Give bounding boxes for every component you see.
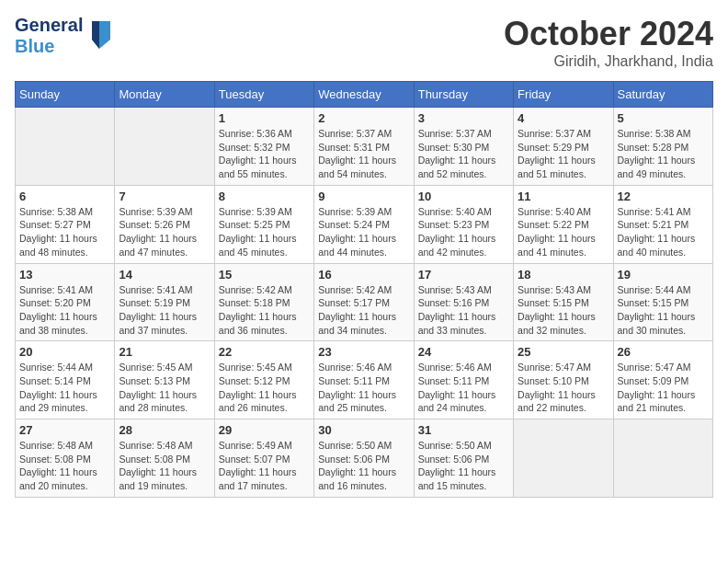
day-number: 1 (219, 111, 310, 125)
day-detail: Sunrise: 5:45 AM Sunset: 5:13 PM Dayligh… (119, 361, 210, 415)
location: Giridih, Jharkhand, India (504, 53, 713, 70)
day-number: 11 (518, 190, 609, 203)
day-detail: Sunrise: 5:36 AM Sunset: 5:32 PM Dayligh… (219, 127, 310, 181)
calendar-cell: 23Sunrise: 5:46 AM Sunset: 5:11 PM Dayli… (314, 341, 414, 419)
day-number: 15 (219, 268, 310, 282)
day-detail: Sunrise: 5:50 AM Sunset: 5:06 PM Dayligh… (318, 439, 409, 493)
calendar-cell: 24Sunrise: 5:46 AM Sunset: 5:11 PM Dayli… (414, 341, 513, 419)
day-number: 7 (119, 190, 210, 203)
calendar-cell: 26Sunrise: 5:47 AM Sunset: 5:09 PM Dayli… (613, 341, 712, 419)
month-title: October 2024 (504, 15, 713, 53)
calendar-cell: 15Sunrise: 5:42 AM Sunset: 5:18 PM Dayli… (214, 263, 313, 341)
header-day-friday: Friday (514, 82, 613, 108)
day-detail: Sunrise: 5:40 AM Sunset: 5:23 PM Dayligh… (418, 205, 509, 259)
day-number: 2 (318, 111, 409, 125)
calendar-cell: 25Sunrise: 5:47 AM Sunset: 5:10 PM Dayli… (514, 341, 613, 419)
day-detail: Sunrise: 5:37 AM Sunset: 5:29 PM Dayligh… (518, 127, 609, 181)
day-number: 17 (418, 268, 509, 282)
calendar-cell: 12Sunrise: 5:41 AM Sunset: 5:21 PM Dayli… (613, 185, 712, 263)
day-number: 3 (418, 111, 509, 125)
day-detail: Sunrise: 5:42 AM Sunset: 5:18 PM Dayligh… (219, 283, 310, 338)
day-detail: Sunrise: 5:39 AM Sunset: 5:24 PM Dayligh… (318, 205, 409, 259)
calendar-cell: 17Sunrise: 5:43 AM Sunset: 5:16 PM Dayli… (414, 263, 513, 341)
day-detail: Sunrise: 5:40 AM Sunset: 5:22 PM Dayligh… (518, 205, 609, 259)
calendar-cell: 20Sunrise: 5:44 AM Sunset: 5:14 PM Dayli… (16, 341, 115, 419)
day-detail: Sunrise: 5:39 AM Sunset: 5:25 PM Dayligh… (219, 205, 310, 259)
calendar-cell: 18Sunrise: 5:43 AM Sunset: 5:15 PM Dayli… (514, 263, 613, 341)
calendar-cell: 30Sunrise: 5:50 AM Sunset: 5:06 PM Dayli… (314, 419, 414, 498)
calendar-cell: 11Sunrise: 5:40 AM Sunset: 5:22 PM Dayli… (514, 185, 613, 263)
calendar-cell: 13Sunrise: 5:41 AM Sunset: 5:20 PM Dayli… (16, 263, 115, 341)
day-detail: Sunrise: 5:43 AM Sunset: 5:16 PM Dayligh… (418, 283, 509, 338)
header-day-monday: Monday (115, 82, 214, 108)
logo-icon (85, 17, 114, 51)
calendar-cell: 10Sunrise: 5:40 AM Sunset: 5:23 PM Dayli… (414, 185, 513, 263)
calendar-cell: 7Sunrise: 5:39 AM Sunset: 5:26 PM Daylig… (115, 185, 214, 263)
calendar-cell: 8Sunrise: 5:39 AM Sunset: 5:25 PM Daylig… (214, 185, 313, 263)
day-detail: Sunrise: 5:45 AM Sunset: 5:12 PM Dayligh… (219, 361, 310, 415)
day-detail: Sunrise: 5:42 AM Sunset: 5:17 PM Dayligh… (318, 283, 409, 338)
week-row-5: 27Sunrise: 5:48 AM Sunset: 5:08 PM Dayli… (16, 419, 713, 498)
day-number: 24 (418, 345, 509, 359)
day-number: 23 (318, 345, 409, 359)
day-detail: Sunrise: 5:38 AM Sunset: 5:28 PM Dayligh… (618, 127, 709, 181)
calendar-cell: 16Sunrise: 5:42 AM Sunset: 5:17 PM Dayli… (314, 263, 414, 341)
calendar-cell: 5Sunrise: 5:38 AM Sunset: 5:28 PM Daylig… (613, 108, 712, 186)
page-header: General Blue October 2024 Giridih, Jhark… (15, 15, 713, 70)
calendar-cell: 28Sunrise: 5:48 AM Sunset: 5:08 PM Dayli… (115, 419, 214, 498)
day-number: 18 (518, 268, 609, 282)
calendar-table: SundayMondayTuesdayWednesdayThursdayFrid… (15, 81, 713, 498)
day-number: 26 (618, 345, 709, 359)
week-row-1: 1Sunrise: 5:36 AM Sunset: 5:32 PM Daylig… (16, 108, 713, 186)
logo: General Blue (15, 15, 114, 57)
day-number: 19 (618, 268, 709, 282)
logo-text-general: General (15, 15, 83, 36)
header-day-wednesday: Wednesday (314, 82, 414, 108)
day-detail: Sunrise: 5:43 AM Sunset: 5:15 PM Dayligh… (518, 283, 609, 338)
header-day-thursday: Thursday (414, 82, 513, 108)
day-detail: Sunrise: 5:48 AM Sunset: 5:08 PM Dayligh… (119, 439, 210, 493)
day-number: 16 (318, 268, 409, 282)
day-number: 31 (418, 423, 509, 437)
week-row-3: 13Sunrise: 5:41 AM Sunset: 5:20 PM Dayli… (16, 263, 713, 341)
calendar-cell (613, 419, 712, 498)
day-number: 14 (119, 268, 210, 282)
day-detail: Sunrise: 5:44 AM Sunset: 5:14 PM Dayligh… (19, 361, 110, 415)
calendar-cell: 4Sunrise: 5:37 AM Sunset: 5:29 PM Daylig… (514, 108, 613, 186)
calendar-cell: 9Sunrise: 5:39 AM Sunset: 5:24 PM Daylig… (314, 185, 414, 263)
header-row: SundayMondayTuesdayWednesdayThursdayFrid… (16, 82, 713, 108)
day-number: 8 (219, 190, 310, 203)
calendar-cell: 22Sunrise: 5:45 AM Sunset: 5:12 PM Dayli… (214, 341, 313, 419)
calendar-cell: 14Sunrise: 5:41 AM Sunset: 5:19 PM Dayli… (115, 263, 214, 341)
calendar-cell: 31Sunrise: 5:50 AM Sunset: 5:06 PM Dayli… (414, 419, 513, 498)
week-row-4: 20Sunrise: 5:44 AM Sunset: 5:14 PM Dayli… (16, 341, 713, 419)
logo-text-blue: Blue (15, 36, 83, 57)
title-block: October 2024 Giridih, Jharkhand, India (504, 15, 713, 70)
header-day-saturday: Saturday (613, 82, 712, 108)
day-detail: Sunrise: 5:41 AM Sunset: 5:20 PM Dayligh… (19, 283, 110, 338)
calendar-cell: 21Sunrise: 5:45 AM Sunset: 5:13 PM Dayli… (115, 341, 214, 419)
day-detail: Sunrise: 5:48 AM Sunset: 5:08 PM Dayligh… (19, 439, 110, 493)
calendar-cell: 19Sunrise: 5:44 AM Sunset: 5:15 PM Dayli… (613, 263, 712, 341)
day-number: 20 (19, 345, 110, 359)
day-number: 25 (518, 345, 609, 359)
day-number: 29 (219, 423, 310, 437)
calendar-cell (514, 419, 613, 498)
day-number: 12 (618, 190, 709, 203)
calendar-cell: 6Sunrise: 5:38 AM Sunset: 5:27 PM Daylig… (16, 185, 115, 263)
day-number: 9 (318, 190, 409, 203)
day-number: 5 (618, 111, 709, 125)
day-detail: Sunrise: 5:39 AM Sunset: 5:26 PM Dayligh… (119, 205, 210, 259)
day-number: 28 (119, 423, 210, 437)
day-number: 10 (418, 190, 509, 203)
calendar-cell: 3Sunrise: 5:37 AM Sunset: 5:30 PM Daylig… (414, 108, 513, 186)
svg-marker-1 (92, 21, 99, 49)
day-detail: Sunrise: 5:41 AM Sunset: 5:19 PM Dayligh… (119, 283, 210, 338)
calendar-cell (16, 108, 115, 186)
day-number: 27 (19, 423, 110, 437)
day-detail: Sunrise: 5:46 AM Sunset: 5:11 PM Dayligh… (318, 361, 409, 415)
day-detail: Sunrise: 5:44 AM Sunset: 5:15 PM Dayligh… (618, 283, 709, 338)
day-detail: Sunrise: 5:37 AM Sunset: 5:31 PM Dayligh… (318, 127, 409, 181)
day-detail: Sunrise: 5:38 AM Sunset: 5:27 PM Dayligh… (19, 205, 110, 259)
calendar-cell: 2Sunrise: 5:37 AM Sunset: 5:31 PM Daylig… (314, 108, 414, 186)
